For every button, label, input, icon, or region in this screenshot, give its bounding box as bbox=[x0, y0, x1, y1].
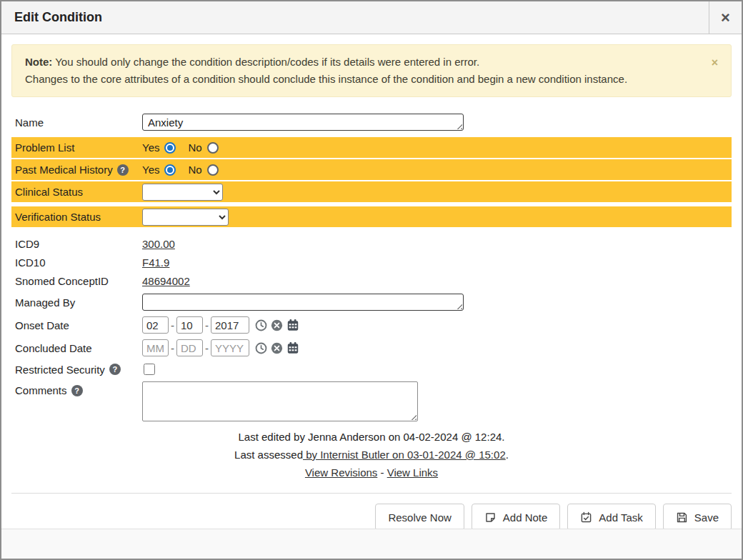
calendar-icon[interactable] bbox=[286, 319, 299, 331]
add-note-button[interactable]: Add Note bbox=[472, 504, 561, 531]
task-calendar-icon bbox=[580, 511, 592, 524]
help-icon[interactable]: ? bbox=[109, 364, 121, 375]
concluded-date-row: Concluded Date - - bbox=[11, 337, 732, 359]
last-assessed-text: Last assessed by Internist Butler on 03-… bbox=[11, 446, 732, 464]
calendar-icon[interactable] bbox=[286, 341, 299, 354]
icd10-row: ICD10 F41.9 bbox=[11, 253, 732, 271]
past-medical-history-label: Past Medical History ? bbox=[15, 164, 142, 176]
note-line1: You should only change the condition des… bbox=[52, 56, 479, 68]
note-icon bbox=[484, 511, 497, 524]
concluded-day-input[interactable] bbox=[176, 339, 203, 356]
comments-label: Comments ? bbox=[15, 384, 142, 396]
restricted-security-checkbox[interactable] bbox=[144, 364, 155, 375]
resolve-now-button[interactable]: Resolve Now bbox=[375, 504, 464, 531]
comments-textarea[interactable] bbox=[142, 381, 418, 421]
footer-divider bbox=[11, 493, 732, 494]
action-buttons: Resolve Now Add Note Add Task Save bbox=[11, 504, 732, 531]
managed-by-row: Managed By bbox=[11, 291, 732, 313]
last-assessed-link[interactable]: by Internist Butler on 03-01-2024 @ 15:0… bbox=[303, 449, 506, 461]
clinical-status-select[interactable] bbox=[142, 184, 223, 201]
icd9-label: ICD9 bbox=[15, 238, 142, 250]
note-line2: Changes to the core attributes of a cond… bbox=[25, 71, 709, 88]
restricted-security-row: Restricted Security ? bbox=[11, 360, 732, 379]
date-separator: - bbox=[205, 342, 209, 354]
modal-header: Edit Condition × bbox=[1, 1, 742, 34]
onset-day-input[interactable] bbox=[176, 316, 203, 334]
snomed-label: Snomed ConceptID bbox=[15, 275, 142, 287]
last-edited-text: Last edited by Jenna Anderson on 04-02-2… bbox=[11, 429, 732, 446]
view-links-line: View Revisions - View Links bbox=[11, 464, 732, 482]
save-icon bbox=[676, 511, 688, 524]
problem-list-no-radio[interactable] bbox=[207, 142, 219, 154]
problem-list-yes-radio[interactable] bbox=[164, 142, 176, 154]
clinical-status-label: Clinical Status bbox=[15, 186, 142, 198]
past-medical-history-yes-radio[interactable] bbox=[164, 164, 176, 176]
note-banner: Note: You should only change the conditi… bbox=[11, 44, 732, 97]
past-medical-history-row: Past Medical History ? Yes No bbox=[11, 159, 732, 180]
problem-list-row: Problem List Yes No bbox=[11, 137, 732, 158]
problem-list-no-label: No bbox=[188, 141, 201, 154]
icd9-row: ICD9 300.00 bbox=[11, 234, 732, 253]
name-label: Name bbox=[15, 116, 142, 129]
managed-by-label: Managed By bbox=[15, 296, 142, 309]
modal-footer-strip bbox=[1, 529, 742, 559]
help-icon[interactable]: ? bbox=[117, 164, 129, 176]
icd9-code-link[interactable]: 300.00 bbox=[142, 238, 175, 250]
icd10-code-link[interactable]: F41.9 bbox=[142, 256, 169, 269]
past-medical-history-radio-group: Yes No bbox=[142, 164, 219, 176]
clock-icon[interactable] bbox=[255, 319, 267, 331]
verification-status-label: Verification Status bbox=[15, 211, 142, 223]
verification-status-select[interactable] bbox=[142, 209, 229, 226]
clock-icon[interactable] bbox=[255, 342, 267, 354]
add-task-button[interactable]: Add Task bbox=[567, 504, 655, 531]
view-revisions-link[interactable]: View Revisions bbox=[305, 466, 377, 479]
snomed-row: Snomed ConceptID 48694002 bbox=[11, 271, 732, 290]
onset-month-input[interactable] bbox=[142, 316, 169, 334]
restricted-security-label: Restricted Security ? bbox=[15, 364, 142, 376]
problem-list-label: Problem List bbox=[15, 141, 142, 154]
past-medical-history-yes-label: Yes bbox=[142, 164, 159, 176]
problem-list-radio-group: Yes No bbox=[142, 141, 219, 154]
note-text: Note: You should only change the conditi… bbox=[25, 54, 709, 88]
clinical-status-row: Clinical Status bbox=[11, 181, 732, 202]
clear-date-icon[interactable] bbox=[271, 342, 283, 354]
managed-by-input[interactable] bbox=[142, 294, 464, 311]
audit-info: Last edited by Jenna Anderson on 04-02-2… bbox=[11, 429, 732, 481]
name-input[interactable] bbox=[142, 114, 464, 131]
verification-status-row: Verification Status bbox=[11, 206, 732, 227]
modal-title: Edit Condition bbox=[1, 10, 709, 25]
comments-row: Comments ? bbox=[11, 381, 732, 421]
view-links-link[interactable]: View Links bbox=[387, 466, 438, 479]
icd10-label: ICD10 bbox=[15, 256, 142, 269]
concluded-year-input[interactable] bbox=[211, 339, 249, 356]
date-separator: - bbox=[171, 319, 174, 331]
concluded-month-input[interactable] bbox=[142, 339, 169, 356]
close-icon[interactable]: × bbox=[709, 1, 742, 34]
help-icon[interactable]: ? bbox=[71, 385, 83, 396]
note-dismiss-icon[interactable]: × bbox=[709, 54, 721, 72]
onset-year-input[interactable] bbox=[211, 316, 249, 334]
save-button[interactable]: Save bbox=[663, 504, 732, 531]
past-medical-history-no-label: No bbox=[188, 164, 201, 176]
clear-date-icon[interactable] bbox=[271, 319, 283, 331]
name-row: Name bbox=[11, 111, 732, 133]
date-separator: - bbox=[171, 342, 174, 354]
date-separator: - bbox=[205, 319, 209, 331]
problem-list-yes-label: Yes bbox=[142, 141, 159, 154]
edit-condition-form: Name Problem List Yes No Past Medical Hi… bbox=[11, 111, 732, 481]
links-separator: - bbox=[381, 466, 384, 479]
snomed-code-link[interactable]: 48694002 bbox=[142, 275, 190, 287]
edit-condition-modal: Edit Condition × Note: You should only c… bbox=[0, 0, 743, 560]
onset-date-row: Onset Date - - bbox=[11, 314, 732, 336]
concluded-date-label: Concluded Date bbox=[15, 342, 142, 354]
past-medical-history-no-radio[interactable] bbox=[207, 164, 219, 176]
onset-date-label: Onset Date bbox=[15, 319, 142, 331]
note-prefix: Note: bbox=[25, 56, 52, 68]
